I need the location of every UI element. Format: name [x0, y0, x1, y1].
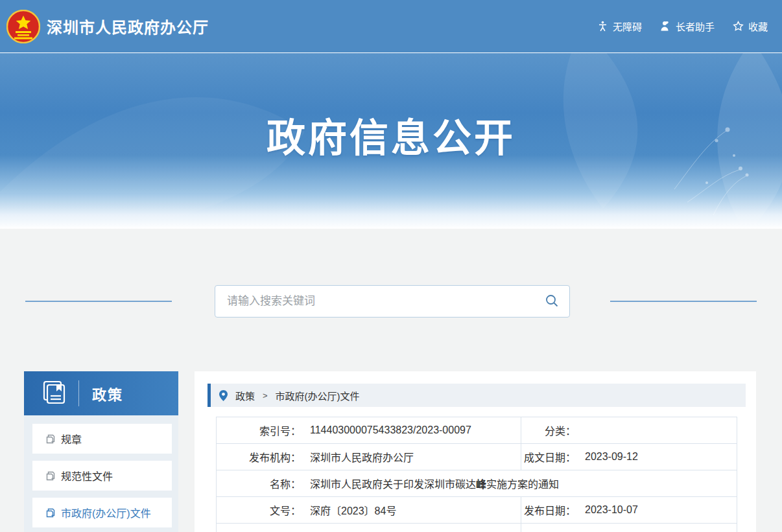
elder-assist-label: 长者助手	[676, 19, 715, 33]
sidebar-title: 政策	[92, 383, 123, 404]
policy-sidebar: 政策 规章 规范性文件	[24, 371, 178, 532]
search-box	[215, 285, 570, 318]
header-utility-links: 无障碍 长者助手 收藏	[597, 19, 768, 33]
publish-date-label: 发布日期：	[521, 502, 576, 518]
document-name-value: 深圳市人民政府关于印发深圳市碳达峰实施方案的通知	[310, 476, 559, 491]
accessibility-icon	[597, 21, 608, 32]
location-pin-icon	[219, 390, 228, 401]
document-name-label: 名称：	[217, 476, 301, 491]
table-row-doc-number: 文号： 深府〔2023〕84号 发布日期： 2023-10-07	[217, 497, 737, 524]
sidebar-menu: 规章 规范性文件 市政府(办公厅)文件	[24, 415, 178, 532]
written-date-value: 2023-09-12	[585, 451, 638, 463]
policy-book-icon	[41, 379, 67, 408]
national-emblem-logo	[6, 10, 40, 43]
sidebar-item-normative-documents[interactable]: 规范性文件	[32, 461, 172, 491]
document-number-label: 文号：	[217, 502, 301, 518]
page-title: 政府信息公开	[0, 53, 782, 163]
elder-assist-icon	[660, 21, 671, 32]
page: 深圳市人民政府办公厅 无障碍	[0, 0, 782, 532]
breadcrumb-item-municipal-documents[interactable]: 市政府(办公厅)文件	[276, 389, 360, 402]
breadcrumb-separator: >	[263, 391, 268, 400]
accessibility-link[interactable]: 无障碍	[597, 19, 642, 33]
category-label: 分类：	[521, 422, 576, 438]
sidebar-item-label: 规范性文件	[61, 468, 113, 483]
document-detail-card: 政策 > 市政府(办公厅)文件 索引号： 114403000075433823/…	[195, 371, 756, 532]
table-row-issuer: 发布机构： 深圳市人民政府办公厅 成文日期： 2023-09-12	[217, 444, 737, 470]
sidebar-item-regulations[interactable]: 规章	[32, 424, 172, 454]
favorite-label: 收藏	[748, 19, 768, 33]
search-highlight: 峰	[476, 479, 486, 490]
issuing-agency-value: 深圳市人民政府办公厅	[310, 449, 414, 465]
index-number-label: 索引号：	[217, 422, 301, 438]
sidebar-item-municipal-government-documents[interactable]: 市政府(办公厅)文件	[32, 498, 172, 527]
sidebar-header: 政策	[24, 371, 178, 415]
breadcrumb: 政策 > 市政府(办公厅)文件	[207, 384, 746, 407]
breadcrumb-item-policy[interactable]: 政策	[235, 389, 255, 402]
search-section	[0, 285, 782, 318]
index-number-value: 114403000075433823/2023-00097	[310, 424, 471, 436]
star-icon	[733, 21, 744, 32]
main-content-row: 政策 规章 规范性文件	[0, 371, 782, 532]
sidebar-header-divider	[78, 380, 79, 406]
document-icon	[46, 434, 55, 444]
search-icon	[545, 294, 559, 310]
document-meta-table: 索引号： 114403000075433823/2023-00097 分类：	[216, 417, 737, 532]
publish-date-value: 2023-10-07	[585, 504, 638, 516]
written-date-label: 成文日期：	[521, 449, 576, 465]
table-row-index: 索引号： 114403000075433823/2023-00097 分类：	[217, 417, 737, 444]
document-number-value: 深府〔2023〕84号	[310, 502, 396, 518]
sidebar-item-label: 市政府(办公厅)文件	[61, 505, 151, 520]
table-row-title: 名称： 深圳市人民政府关于印发深圳市碳达峰实施方案的通知	[217, 470, 737, 497]
decorative-line-right	[610, 301, 757, 302]
sidebar-item-label: 规章	[61, 431, 82, 446]
issuing-agency-label: 发布机构：	[217, 449, 301, 465]
top-header-bar: 深圳市人民政府办公厅 无障碍	[0, 0, 782, 52]
table-row-partial	[217, 524, 737, 532]
accessibility-label: 无障碍	[613, 19, 642, 33]
favorite-link[interactable]: 收藏	[733, 19, 768, 33]
elder-assist-link[interactable]: 长者助手	[660, 19, 715, 33]
decorative-line-left	[25, 301, 172, 302]
document-icon	[46, 471, 55, 481]
search-input[interactable]	[227, 295, 545, 308]
hero-banner: 政府信息公开	[0, 52, 782, 229]
search-button[interactable]	[545, 294, 559, 310]
document-icon	[46, 508, 55, 518]
site-title: 深圳市人民政府办公厅	[47, 15, 209, 38]
